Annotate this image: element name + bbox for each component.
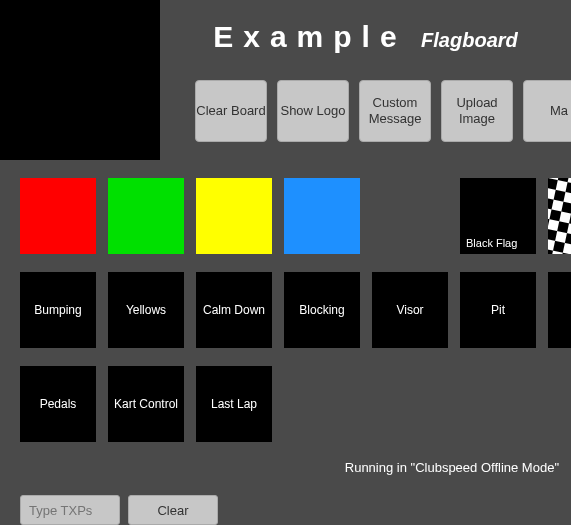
- checkered-flag-icon: [548, 178, 571, 254]
- flag-row-text-2: Pedals Kart Control Last Lap: [20, 366, 272, 442]
- last-lap-flag[interactable]: Last Lap: [196, 366, 272, 442]
- flag-row-colors: Black Flag: [20, 178, 571, 254]
- bottom-controls: Clear: [20, 495, 218, 525]
- calm-down-flag[interactable]: Calm Down: [196, 272, 272, 348]
- txp-input[interactable]: [20, 495, 120, 525]
- pit-flag[interactable]: Pit: [460, 272, 536, 348]
- yellows-flag[interactable]: Yellows: [108, 272, 184, 348]
- blocking-flag[interactable]: Blocking: [284, 272, 360, 348]
- red-flag[interactable]: [20, 178, 96, 254]
- flag-label: Blocking: [299, 303, 344, 317]
- yellow-flag[interactable]: [196, 178, 272, 254]
- flag-label: Calm Down: [203, 303, 265, 317]
- clear-txp-button[interactable]: Clear: [128, 495, 218, 525]
- title-bar: Example Flagboard: [160, 20, 571, 54]
- black-flag[interactable]: Black Flag: [460, 178, 536, 254]
- svg-rect-3: [548, 178, 571, 254]
- black-flag-label: Black Flag: [466, 237, 517, 250]
- logo-placeholder: [0, 0, 160, 160]
- toolbar: Clear Board Show Logo Custom Message Upl…: [195, 80, 571, 142]
- app-title: Example: [213, 20, 406, 53]
- toolbar-button-partial[interactable]: Ma: [523, 80, 571, 142]
- flag-label: Kart Control: [114, 397, 178, 411]
- flag-label: Bumping: [34, 303, 81, 317]
- flag-label: Last Lap: [211, 397, 257, 411]
- kart-control-flag[interactable]: Kart Control: [108, 366, 184, 442]
- status-text: Running in "Clubspeed Offline Mode": [345, 460, 559, 475]
- bumping-flag[interactable]: Bumping: [20, 272, 96, 348]
- visor-flag[interactable]: Visor: [372, 272, 448, 348]
- flag-label: Visor: [396, 303, 423, 317]
- flag-row-text-1: Bumping Yellows Calm Down Blocking Visor…: [20, 272, 571, 348]
- checkered-flag[interactable]: [548, 178, 571, 254]
- flag-label: Pedals: [40, 397, 77, 411]
- flag-label: Pit: [491, 303, 505, 317]
- pedals-flag[interactable]: Pedals: [20, 366, 96, 442]
- custom-message-button[interactable]: Custom Message: [359, 80, 431, 142]
- flag-partial[interactable]: Ba: [548, 272, 571, 348]
- flag-spacer: [372, 178, 448, 254]
- app-subtitle: Flagboard: [421, 29, 518, 51]
- upload-image-button[interactable]: Upload Image: [441, 80, 513, 142]
- show-logo-button[interactable]: Show Logo: [277, 80, 349, 142]
- green-flag[interactable]: [108, 178, 184, 254]
- blue-flag[interactable]: [284, 178, 360, 254]
- clear-board-button[interactable]: Clear Board: [195, 80, 267, 142]
- flag-label: Yellows: [126, 303, 166, 317]
